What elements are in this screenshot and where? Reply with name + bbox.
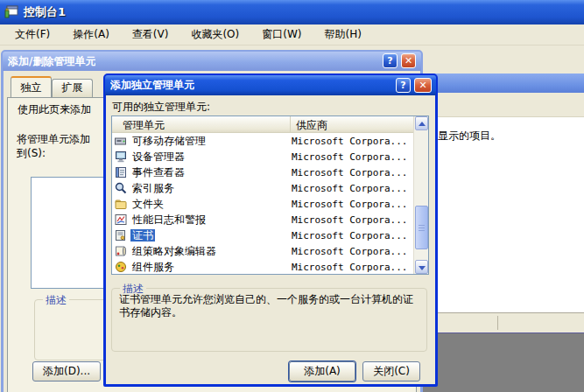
description-group-label: 描述 <box>43 293 69 308</box>
add-snapin-button[interactable]: 添加(D)... <box>32 361 101 382</box>
group-policy-icon <box>115 245 129 257</box>
vertical-scrollbar[interactable] <box>413 116 428 274</box>
snapin-vendor: Microsoft Corpora... <box>292 167 413 178</box>
snapin-name: 证书 <box>130 228 292 243</box>
snapin-vendor: Microsoft Corpora... <box>292 246 413 257</box>
intro-text: 使用此页来添加 <box>18 102 91 117</box>
performance-logs-icon <box>115 214 129 226</box>
list-item[interactable]: 组件服务 Microsoft Corpora... <box>112 259 413 275</box>
list-item-selected[interactable]: 证书 Microsoft Corpora... <box>112 228 413 243</box>
mmc-console-icon <box>4 4 18 21</box>
child-window-titlebar <box>419 74 584 93</box>
add-button[interactable]: 添加(A) <box>289 361 355 382</box>
menu-view[interactable]: 查看(V) <box>121 24 180 45</box>
snapin-vendor: Microsoft Corpora... <box>292 214 413 226</box>
available-snapins-label: 可用的独立管理单元: <box>112 100 210 115</box>
listview-header: 管理单元 供应商 <box>112 116 413 133</box>
snapin-name: 组件服务 <box>130 260 292 275</box>
menu-favorites[interactable]: 收藏夹(O) <box>179 24 250 45</box>
list-item[interactable]: 可移动存储管理 Microsoft Corpora... <box>112 133 413 149</box>
child-window-header-strip <box>419 93 584 117</box>
add-remove-dialog-title: 添加/删除管理单元 <box>8 54 95 69</box>
snapin-vendor: Microsoft Corpora... <box>292 262 413 273</box>
description-groupbox: 描述 证书管理单元允许您浏览自己的、一个服务的或一台计算机的证书存储内容。 <box>111 288 427 352</box>
removable-storage-icon <box>115 135 129 147</box>
snapin-name: 文件夹 <box>130 197 292 212</box>
column-header-snapin[interactable]: 管理单元 <box>112 116 291 132</box>
tab-extensions[interactable]: 扩展 <box>52 79 93 97</box>
console-titlebar[interactable]: 控制台1 <box>0 0 584 24</box>
device-manager-icon <box>115 150 129 163</box>
add-standalone-dialog-title: 添加独立管理单元 <box>110 78 194 93</box>
add-standalone-snapin-dialog: 添加独立管理单元 ? ✕ 可用的独立管理单元: 管理单元 供应商 可移动存储管理 <box>103 74 438 387</box>
snapin-vendor: Microsoft Corpora... <box>292 199 413 210</box>
menu-help[interactable]: 帮助(H) <box>313 24 372 45</box>
snapin-vendor: Microsoft Corpora... <box>292 230 413 242</box>
statusbar-divider <box>497 316 498 330</box>
list-item[interactable]: 事件查看器 Microsoft Corpora... <box>112 164 413 180</box>
snapin-vendor: Microsoft Corpora... <box>292 151 413 163</box>
description-text: 证书管理单元允许您浏览自己的、一个服务的或一台计算机的证书存储内容。 <box>119 293 421 319</box>
snapin-name: 性能日志和警报 <box>130 213 292 228</box>
console-results-pane: 可显示的项目。 <box>419 117 584 312</box>
help-button[interactable]: ? <box>396 78 411 93</box>
snapin-name: 可移动存储管理 <box>130 134 292 149</box>
no-items-text: 可显示的项目。 <box>427 129 501 144</box>
list-item[interactable]: 性能日志和警报 Microsoft Corpora... <box>112 212 413 228</box>
list-item[interactable]: 文件夹 Microsoft Corpora... <box>112 196 413 212</box>
chevron-up-icon <box>419 122 426 126</box>
mmc-workspace-background <box>419 332 584 392</box>
list-item[interactable]: 索引服务 Microsoft Corpora... <box>112 180 413 196</box>
console-statusbar <box>419 312 584 332</box>
list-item[interactable]: 组策略对象编辑器 Microsoft Corpora... <box>112 243 413 259</box>
column-header-vendor[interactable]: 供应商 <box>291 116 413 132</box>
menu-action[interactable]: 操作(A) <box>61 24 121 45</box>
event-viewer-icon <box>115 166 129 178</box>
menu-window[interactable]: 窗口(W) <box>250 24 313 45</box>
list-item[interactable]: 设备管理器 Microsoft Corpora... <box>112 149 413 164</box>
console-title: 控制台1 <box>24 4 66 20</box>
add-standalone-dialog-body: 可用的独立管理单元: 管理单元 供应商 可移动存储管理 Microsoft Co… <box>106 95 435 383</box>
indexing-service-icon <box>115 182 129 194</box>
menu-file[interactable]: 文件(F) <box>4 24 61 45</box>
folder-icon <box>115 198 129 210</box>
scroll-down-button[interactable] <box>415 260 428 274</box>
chevron-down-icon <box>419 266 426 270</box>
help-button[interactable]: ? <box>383 53 398 68</box>
snapin-name: 事件查看器 <box>130 165 292 180</box>
close-icon[interactable]: ✕ <box>401 53 416 68</box>
target-label-line1: 将管理单元添加 <box>17 132 90 147</box>
add-remove-dialog-titlebar[interactable]: 添加/删除管理单元 ? ✕ <box>3 52 421 71</box>
mmc-console-window: 控制台1 文件(F) 操作(A) 查看(V) 收藏夹(O) 窗口(W) 帮助(H… <box>0 0 584 392</box>
target-label-line2: 到(S): <box>17 146 46 161</box>
scroll-up-button[interactable] <box>415 116 428 130</box>
close-icon[interactable]: ✕ <box>414 78 432 93</box>
tab-strip: 独立 扩展 <box>11 76 93 97</box>
tab-standalone[interactable]: 独立 <box>11 76 52 97</box>
snapin-name: 设备管理器 <box>130 150 292 164</box>
snapin-listview: 管理单元 供应商 可移动存储管理 Microsoft Corpora... <box>111 116 429 275</box>
snapin-vendor: Microsoft Corpora... <box>292 136 413 147</box>
snapin-name: 组策略对象编辑器 <box>130 244 292 259</box>
menubar: 文件(F) 操作(A) 查看(V) 收藏夹(O) 窗口(W) 帮助(H) <box>0 24 584 46</box>
snapin-name: 索引服务 <box>130 181 292 196</box>
scrollbar-thumb[interactable] <box>415 206 428 249</box>
listview-rows: 可移动存储管理 Microsoft Corpora... 设备管理器 Micro… <box>112 133 413 274</box>
certificates-icon <box>115 229 129 242</box>
add-standalone-dialog-titlebar[interactable]: 添加独立管理单元 ? ✕ <box>105 75 436 95</box>
snapin-vendor: Microsoft Corpora... <box>292 183 413 194</box>
component-services-icon <box>115 261 129 273</box>
close-button[interactable]: 关闭(C) <box>362 361 420 382</box>
